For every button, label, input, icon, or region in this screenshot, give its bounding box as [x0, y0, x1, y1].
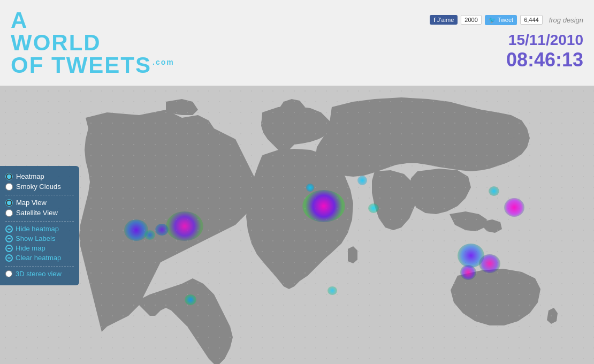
map-view-radio[interactable]: [5, 199, 13, 207]
view-section: Map View Satellite View: [5, 199, 74, 217]
world-map-svg: [0, 86, 594, 364]
heatmap-radio[interactable]: [5, 173, 13, 180]
actions-section: Hide heatmap Show Labels Hide map Clear …: [5, 225, 74, 262]
heatspot-indonesia: [460, 265, 476, 280]
clear-heatmap-icon: [5, 254, 13, 262]
heatmap-option[interactable]: Heatmap: [5, 172, 74, 180]
fb-count: 2000: [461, 15, 481, 25]
fb-label: J'aime: [437, 17, 454, 23]
hide-map-label: Hide map: [16, 244, 45, 252]
header-right: f J'aime 2000 🐦 Tweet 6,444 frog design …: [430, 15, 583, 71]
social-bar: f J'aime 2000 🐦 Tweet 6,444 frog design: [430, 15, 583, 25]
header: A WORLD OF TWEETS.com f J'aime 2000 🐦 Tw…: [0, 0, 594, 86]
hide-map-action[interactable]: Hide map: [5, 244, 74, 252]
logo: A WORLD OF TWEETS.com: [11, 9, 174, 77]
hide-map-icon: [5, 245, 13, 252]
controls-panel: Heatmap Smoky Clouds Map View Satellite …: [0, 166, 79, 285]
heatspot-usa2: [155, 224, 169, 236]
stereo-option[interactable]: 3D stereo view: [5, 270, 74, 278]
smoky-option[interactable]: Smoky Clouds: [5, 183, 74, 191]
clear-heatmap-label: Clear heatmap: [16, 254, 61, 262]
map-view-option[interactable]: Map View: [5, 199, 74, 207]
smoky-label: Smoky Clouds: [16, 183, 61, 191]
heatspot-usa-east: [166, 211, 203, 241]
hide-heatmap-icon: [5, 225, 13, 233]
heatmap-label: Heatmap: [16, 172, 44, 180]
facebook-button[interactable]: f J'aime: [430, 15, 458, 25]
heatspot-sea: [458, 244, 484, 268]
hide-heatmap-label: Hide heatmap: [16, 225, 59, 233]
viz-section: Heatmap Smoky Clouds: [5, 172, 74, 191]
show-labels-icon: [5, 235, 13, 242]
heatspot-europe: [302, 190, 345, 222]
time-display: 08:46:13: [506, 49, 583, 71]
satellite-label: Satellite View: [16, 209, 58, 217]
heatspot-korea: [489, 186, 499, 196]
fb-icon: f: [433, 17, 436, 23]
stereo-label: 3D stereo view: [16, 270, 62, 278]
map-view-label: Map View: [16, 199, 47, 207]
heatspot-usa3: [144, 230, 155, 240]
divider-3: [5, 266, 74, 267]
heatspot-amsterdam: [306, 184, 314, 192]
tw-icon: 🐦: [489, 17, 496, 24]
heatspot-southafrica: [328, 286, 337, 295]
show-labels-label: Show Labels: [16, 234, 55, 242]
logo-line-of-tweets: OF TWEETS.com: [11, 54, 174, 77]
show-labels-action[interactable]: Show Labels: [5, 234, 74, 242]
heatspot-usa-west: [124, 219, 148, 241]
map-container[interactable]: Heatmap Smoky Clouds Map View Satellite …: [0, 86, 594, 364]
satellite-radio[interactable]: [5, 209, 13, 217]
logo-line-world: WORLD: [11, 32, 174, 54]
twitter-button[interactable]: 🐦 Tweet: [485, 15, 517, 25]
brand-text: frog design: [549, 16, 583, 24]
date-display: 15/11/2010: [506, 32, 583, 49]
heatspot-brazil: [185, 294, 196, 305]
divider-1: [5, 195, 74, 195]
logo-line-a: A: [11, 9, 174, 32]
divider-2: [5, 221, 74, 222]
clear-heatmap-action[interactable]: Clear heatmap: [5, 254, 74, 262]
heatspot-ph: [479, 254, 500, 273]
stereo-radio[interactable]: [5, 270, 12, 277]
hide-heatmap-action[interactable]: Hide heatmap: [5, 225, 74, 233]
tw-label: Tweet: [498, 17, 513, 23]
logo-com: .com: [153, 58, 174, 66]
smoky-radio[interactable]: [5, 183, 13, 191]
heatspot-mideast: [368, 203, 379, 213]
satellite-option[interactable]: Satellite View: [5, 209, 74, 217]
svg-rect-0: [0, 86, 594, 364]
datetime: 15/11/2010 08:46:13: [506, 32, 583, 71]
heatspot-moscow: [357, 176, 367, 185]
heatspot-tokyo: [504, 198, 524, 217]
tw-count: 6,444: [520, 15, 543, 25]
brand-logo: frog design: [549, 16, 583, 24]
